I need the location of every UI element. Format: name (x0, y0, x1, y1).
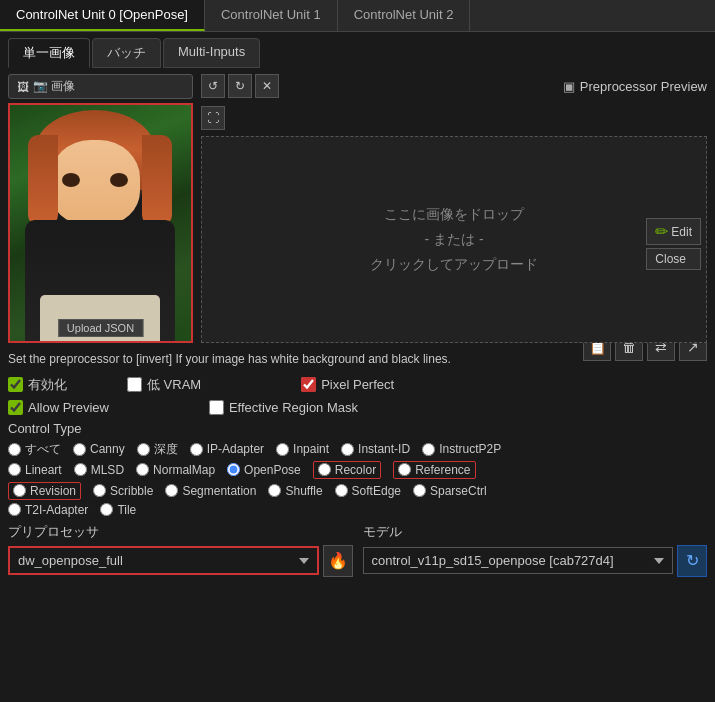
tab-unit2[interactable]: ControlNet Unit 2 (338, 0, 471, 31)
radio-t2iadapter[interactable]: T2I-Adapter (8, 503, 88, 517)
preprocessor-preview-icon: ▣ (563, 79, 575, 94)
image-label-btn[interactable]: 🖼 📷 画像 (8, 74, 193, 99)
preprocessor-preview-label: Preprocessor Preview (580, 79, 707, 94)
pixel-perfect-input[interactable] (301, 377, 316, 392)
checkbox-row-2: Allow Preview Effective Region Mask (8, 400, 707, 415)
radio-openpose[interactable]: OpenPose (227, 461, 301, 479)
radio-normalmap[interactable]: NormalMap (136, 461, 215, 479)
close-btn[interactable]: Close (646, 248, 701, 270)
drop-zone[interactable]: ここに画像をドロップ - または - クリックしてアップロード (201, 136, 707, 343)
low-vram-input[interactable] (127, 377, 142, 392)
fullscreen-btn[interactable]: ⛶ (201, 106, 225, 130)
allow-preview-checkbox[interactable]: Allow Preview (8, 400, 109, 415)
tab-unit1[interactable]: ControlNet Unit 1 (205, 0, 338, 31)
radio-scribble[interactable]: Scribble (93, 482, 153, 500)
sub-tab-batch[interactable]: バッチ (92, 38, 161, 68)
control-type-row4: T2I-Adapter Tile (8, 503, 707, 517)
drop-upload: クリックしてアップロード (370, 252, 538, 277)
radio-canny[interactable]: Canny (73, 441, 125, 458)
pixel-perfect-checkbox[interactable]: Pixel Perfect (301, 377, 394, 392)
tab-unit0[interactable]: ControlNet Unit 0 [OpenPose] (0, 0, 205, 31)
effective-region-label: Effective Region Mask (229, 400, 358, 415)
sub-tab-bar: 単一画像 バッチ Multi-Inputs (0, 32, 715, 68)
radio-inpaint[interactable]: Inpaint (276, 441, 329, 458)
preprocessor-select[interactable]: dw_openpose_full (8, 546, 319, 575)
checkbox-row-1: 有効化 低 VRAM Pixel Perfect (8, 376, 707, 394)
edit-icon: ✏ (655, 222, 668, 241)
edit-close-container: ✏ Edit Close (646, 218, 701, 270)
radio-tile[interactable]: Tile (100, 503, 136, 517)
image-icon: 🖼 (17, 80, 29, 94)
radio-reference[interactable]: Reference (393, 461, 475, 479)
radio-recolor[interactable]: Recolor (313, 461, 381, 479)
radio-revision[interactable]: Revision (8, 482, 81, 500)
image-upload-left: 🖼 📷 画像 (8, 74, 193, 343)
preview-header: ↺ ↻ ✕ ▣ Preprocessor Preview (201, 74, 707, 98)
radio-depth[interactable]: 深度 (137, 441, 178, 458)
allow-preview-input[interactable] (8, 400, 23, 415)
close-img-btn[interactable]: ✕ (255, 74, 279, 98)
extra-controls: ⛶ (201, 106, 707, 130)
radio-instructp2p[interactable]: InstructP2P (422, 441, 501, 458)
low-vram-label: 低 VRAM (147, 376, 201, 394)
radio-instantid[interactable]: Instant-ID (341, 441, 410, 458)
radio-lineart[interactable]: Lineart (8, 461, 62, 479)
drop-or: - または - (424, 227, 483, 252)
low-vram-checkbox[interactable]: 低 VRAM (127, 376, 201, 394)
close-label: Close (655, 252, 686, 266)
edit-label: Edit (671, 225, 692, 239)
image-action-btns: ↺ ↻ ✕ (201, 74, 279, 98)
model-select[interactable]: control_v11p_sd15_openpose [cab727d4] (363, 547, 674, 574)
allow-preview-label: Allow Preview (28, 400, 109, 415)
upload-json-btn[interactable]: Upload JSON (58, 319, 143, 337)
warning-toolbar-row: 📋 🗑 ⇄ ↗ Set the preprocessor to [invert]… (8, 351, 707, 376)
undo-btn[interactable]: ↺ (201, 74, 225, 98)
sub-tab-single[interactable]: 単一画像 (8, 38, 90, 68)
effective-region-input[interactable] (209, 400, 224, 415)
control-type-row1: すべて Canny 深度 IP-Adapter Inpaint Instant-… (8, 441, 707, 458)
preprocessor-select-row: dw_openpose_full 🔥 (8, 545, 353, 577)
tab-bar: ControlNet Unit 0 [OpenPose] ControlNet … (0, 0, 715, 32)
preprocessor-preview-area: ↺ ↻ ✕ ▣ Preprocessor Preview ⛶ ここに画像をドロッ… (201, 74, 707, 343)
radio-mlsd[interactable]: MLSD (74, 461, 124, 479)
control-type-section: Control Type すべて Canny 深度 IP-Adapter Inp… (8, 421, 707, 517)
preprocessor-label: プリプロセッサ (8, 523, 353, 541)
radio-sparsectrl[interactable]: SparseCtrl (413, 482, 487, 500)
model-select-row: control_v11p_sd15_openpose [cab727d4] ↻ (363, 545, 708, 577)
control-type-row2: Lineart MLSD NormalMap OpenPose Recolor … (8, 461, 707, 479)
main-content: 🖼 📷 画像 (0, 68, 715, 583)
image-row: 🖼 📷 画像 (8, 74, 707, 343)
image-label-text: 📷 画像 (33, 78, 75, 95)
pixel-perfect-label: Pixel Perfect (321, 377, 394, 392)
preprocessor-group: プリプロセッサ dw_openpose_full 🔥 (8, 523, 353, 577)
anime-image-placeholder (10, 105, 193, 343)
image-container[interactable]: Upload JSON (8, 103, 193, 343)
sub-tab-multiinputs[interactable]: Multi-Inputs (163, 38, 260, 68)
radio-shuffle[interactable]: Shuffle (268, 482, 322, 500)
radio-segmentation[interactable]: Segmentation (165, 482, 256, 500)
preprocessor-preview-header: ▣ Preprocessor Preview (563, 79, 707, 94)
enabled-input[interactable] (8, 377, 23, 392)
redo-btn[interactable]: ↻ (228, 74, 252, 98)
control-type-label: Control Type (8, 421, 707, 436)
radio-softedge[interactable]: SoftEdge (335, 482, 401, 500)
effective-region-checkbox[interactable]: Effective Region Mask (209, 400, 358, 415)
control-type-row3: Revision Scribble Segmentation Shuffle S… (8, 482, 707, 500)
drop-text: ここに画像をドロップ (384, 202, 524, 227)
radio-all[interactable]: すべて (8, 441, 61, 458)
preprocessor-model-row: プリプロセッサ dw_openpose_full 🔥 モデル control_v… (8, 523, 707, 577)
enabled-label: 有効化 (28, 376, 67, 394)
refresh-model-btn[interactable]: ↻ (677, 545, 707, 577)
model-group: モデル control_v11p_sd15_openpose [cab727d4… (363, 523, 708, 577)
enabled-checkbox[interactable]: 有効化 (8, 376, 67, 394)
edit-btn[interactable]: ✏ Edit (646, 218, 701, 245)
radio-ipadapter[interactable]: IP-Adapter (190, 441, 264, 458)
fire-btn[interactable]: 🔥 (323, 545, 353, 577)
model-label: モデル (363, 523, 708, 541)
